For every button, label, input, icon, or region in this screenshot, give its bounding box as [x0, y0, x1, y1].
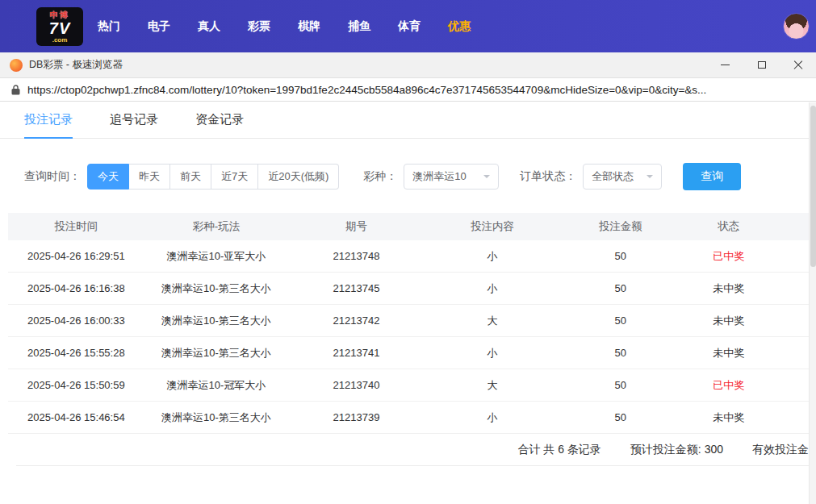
time-filter-today[interactable]: 今天	[87, 164, 129, 190]
col-amount: 投注金额	[560, 219, 680, 234]
summary-expected: 预计投注金额: 300	[630, 443, 723, 457]
lottery-select-label: 彩种：	[363, 169, 397, 184]
cell-time: 2025-04-26 15:50:59	[8, 379, 144, 391]
cell-content: 小	[425, 281, 561, 296]
col-issue: 期号	[288, 219, 425, 234]
summary-valid: 有效投注金	[752, 443, 809, 457]
summary-total: 合计 共 6 条记录	[517, 443, 600, 457]
cell-content: 小	[425, 249, 561, 264]
cell-time: 2025-04-26 16:29:51	[8, 250, 144, 262]
tab-chase-records[interactable]: 追号记录	[110, 102, 158, 138]
cell-issue: 21213739	[288, 411, 425, 423]
order-status-select[interactable]: 全部状态	[583, 164, 662, 190]
maximize-button[interactable]	[743, 52, 780, 77]
cell-content: 大	[425, 314, 561, 328]
cell-issue: 21213742	[288, 314, 425, 327]
tab-bet-records[interactable]: 投注记录	[24, 102, 73, 138]
browser-favicon-icon	[10, 59, 23, 72]
url-field[interactable]: https://ctop02pchwp1.zfnc84.com/lottery/…	[27, 84, 805, 96]
col-time: 投注时间	[8, 219, 144, 234]
cell-amount: 50	[560, 411, 680, 423]
bet-records-table: 投注时间 彩种-玩法 期号 投注内容 投注金额 状态 2025-04-26 16…	[8, 213, 809, 466]
time-filter-last-20-days[interactable]: 近20天(低频)	[258, 164, 339, 190]
record-tabs: 投注记录 追号记录 资金记录	[0, 102, 809, 139]
table-row: 2025-04-26 15:46:54 澳洲幸运10-第三名大小 2121373…	[8, 402, 809, 434]
nav-item-live[interactable]: 真人	[198, 19, 220, 34]
cell-content: 小	[425, 346, 561, 360]
tab-fund-records[interactable]: 资金记录	[195, 102, 244, 138]
site-nav: 热门 电子 真人 彩票 棋牌 捕鱼 体育 优惠	[98, 19, 471, 34]
cell-status: 未中奖	[680, 314, 776, 328]
cell-time: 2025-04-26 16:00:33	[8, 314, 144, 327]
cell-amount: 50	[560, 347, 680, 359]
cell-game: 澳洲幸运10-亚军大小	[144, 249, 289, 264]
maximize-icon	[758, 61, 766, 69]
time-filter-day-before[interactable]: 前天	[170, 164, 211, 190]
cell-status: 未中奖	[680, 346, 776, 360]
cell-content: 小	[425, 410, 561, 425]
minimize-icon	[721, 65, 730, 65]
scrollbar-thumb[interactable]	[810, 106, 816, 267]
cell-game: 澳洲幸运10-第三名大小	[144, 281, 289, 296]
minimize-button[interactable]	[707, 52, 743, 77]
table-row: 2025-04-26 16:16:38 澳洲幸运10-第三名大小 2121374…	[8, 273, 809, 305]
close-icon	[793, 60, 803, 70]
cell-issue: 21213740	[288, 379, 425, 391]
cell-amount: 50	[560, 282, 680, 294]
lottery-select-value: 澳洲幸运10	[412, 169, 466, 184]
cell-game: 澳洲幸运10-冠军大小	[144, 378, 289, 393]
site-logo[interactable]: 申博 7V .com	[36, 7, 83, 46]
table-row: 2025-04-26 16:29:51 澳洲幸运10-亚军大小 21213748…	[8, 240, 809, 273]
nav-item-lottery[interactable]: 彩票	[248, 19, 270, 34]
site-header: 申博 7V .com 热门 电子 真人 彩票 棋牌 捕鱼 体育 优惠	[0, 0, 816, 52]
col-game: 彩种-玩法	[144, 219, 289, 234]
cell-issue: 21213745	[288, 282, 425, 294]
time-filter-group: 今天 昨天 前天 近7天 近20天(低频)	[87, 164, 339, 190]
nav-item-promo[interactable]: 优惠	[448, 19, 471, 34]
table-header-row: 投注时间 彩种-玩法 期号 投注内容 投注金额 状态	[8, 213, 809, 240]
nav-item-board[interactable]: 棋牌	[298, 19, 320, 34]
cell-amount: 50	[560, 250, 680, 262]
col-content: 投注内容	[425, 219, 561, 234]
cell-content: 大	[425, 378, 561, 393]
cell-time: 2025-04-26 15:55:28	[8, 347, 144, 359]
screen: 申博 7V .com 热门 电子 真人 彩票 棋牌 捕鱼 体育 优惠 DB彩票 …	[0, 0, 816, 504]
filter-bar: 查询时间： 今天 昨天 前天 近7天 近20天(低频) 彩种： 澳洲幸运10 订…	[0, 139, 816, 208]
cell-status: 已中奖	[680, 249, 776, 264]
nav-item-hot[interactable]: 热门	[98, 19, 120, 34]
cell-time: 2025-04-26 15:46:54	[8, 411, 144, 423]
cell-status: 未中奖	[680, 410, 776, 425]
lottery-select[interactable]: 澳洲幸运10	[404, 164, 499, 190]
site-logo-text-main: 7V	[36, 20, 83, 36]
table-row: 2025-04-26 15:50:59 澳洲幸运10-冠军大小 21213740…	[8, 369, 809, 402]
page-scrollbar[interactable]	[809, 102, 816, 504]
user-avatar[interactable]	[783, 13, 810, 40]
nav-item-fishing[interactable]: 捕鱼	[348, 19, 370, 34]
cell-issue: 21213741	[288, 347, 425, 359]
cell-game: 澳洲幸运10-第三名大小	[144, 314, 289, 328]
table-row: 2025-04-26 16:00:33 澳洲幸运10-第三名大小 2121374…	[8, 305, 809, 337]
order-status-label: 订单状态：	[520, 169, 576, 184]
window-title: DB彩票 - 极速浏览器	[29, 58, 123, 72]
cell-status: 未中奖	[680, 281, 776, 296]
query-button[interactable]: 查询	[683, 163, 741, 190]
address-bar: https://ctop02pchwp1.zfnc84.com/lottery/…	[0, 78, 816, 102]
cell-amount: 50	[560, 379, 680, 391]
cell-time: 2025-04-26 16:16:38	[8, 282, 144, 294]
nav-item-sports[interactable]: 体育	[398, 19, 421, 34]
table-row: 2025-04-26 15:55:28 澳洲幸运10-第三名大小 2121374…	[8, 337, 809, 369]
time-filter-label: 查询时间：	[24, 169, 81, 184]
close-button[interactable]	[780, 52, 816, 77]
nav-item-slots[interactable]: 电子	[148, 19, 170, 34]
browser-titlebar: DB彩票 - 极速浏览器	[0, 52, 816, 78]
time-filter-last-7-days[interactable]: 近7天	[211, 164, 258, 190]
col-status: 状态	[680, 219, 776, 234]
cell-game: 澳洲幸运10-第三名大小	[144, 410, 289, 425]
window-controls	[707, 52, 816, 77]
site-logo-text-top: 申博	[36, 7, 83, 20]
chevron-down-icon	[483, 175, 490, 181]
cell-game: 澳洲幸运10-第三名大小	[144, 346, 289, 360]
chevron-down-icon	[647, 175, 653, 181]
cell-issue: 21213748	[288, 250, 425, 262]
time-filter-yesterday[interactable]: 昨天	[129, 164, 170, 190]
